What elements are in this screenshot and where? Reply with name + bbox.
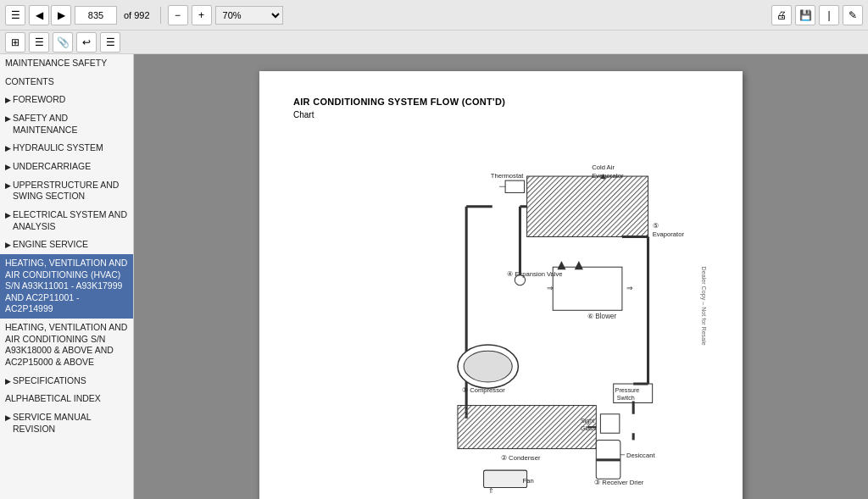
ac-diagram: Dealer Copy – Not for Resale ⑤ Evaporato…: [293, 133, 709, 499]
sidebar-label: UPPERSTRUCTURE AND SWING SECTION: [13, 180, 128, 202]
toc-button[interactable]: ☰: [100, 32, 120, 53]
svg-marker-46: [575, 261, 583, 269]
arrow-icon: ▶: [5, 144, 11, 154]
svg-text:⇑: ⇑: [488, 487, 494, 495]
svg-rect-23: [600, 414, 619, 433]
svg-rect-10: [553, 267, 622, 310]
select-button[interactable]: |: [819, 5, 839, 25]
sidebar-item-alphabetical-index[interactable]: ALPHABETICAL INDEX: [0, 390, 133, 408]
svg-text:⑤: ⑤: [653, 222, 659, 230]
sidebar-label: HYDRAULIC SYSTEM: [13, 142, 103, 154]
arrow-icon: ▶: [5, 181, 11, 191]
sidebar-item-upperstructure[interactable]: ▶ UPPERSTRUCTURE AND SWING SECTION: [0, 176, 133, 206]
arrow-icon: ▶: [5, 211, 11, 221]
svg-text:Dealer Copy – Not for Resale: Dealer Copy – Not for Resale: [700, 267, 707, 346]
svg-text:⑥ Blower: ⑥ Blower: [587, 313, 616, 320]
sidebar-item-safety-maintenance[interactable]: ▶ SAFETY AND MAINTENANCE: [0, 109, 133, 139]
svg-text:Evaporator: Evaporator: [653, 230, 685, 238]
sidebar-item-hvac1[interactable]: HEATING, VENTILATION AND AIR CONDITIONIN…: [0, 254, 133, 319]
zoom-in-button[interactable]: +: [192, 5, 212, 25]
sidebar-item-engine[interactable]: ▶ ENGINE SERVICE: [0, 236, 133, 254]
sidebar-label: SAFETY AND MAINTENANCE: [13, 113, 128, 136]
separator-1: [160, 7, 161, 24]
sidebar-item-specifications[interactable]: ▶ SPECIFICATIONS: [0, 372, 133, 391]
svg-text:Switch: Switch: [617, 395, 635, 402]
page-title: AIR CONDITIONING SYSTEM FLOW (CONT'D): [293, 97, 709, 107]
svg-point-27: [464, 351, 512, 382]
arrow-icon: ▶: [5, 114, 11, 125]
view-grid-button[interactable]: ⊞: [5, 32, 25, 53]
svg-text:⇒: ⇒: [626, 284, 633, 292]
svg-rect-29: [458, 406, 596, 449]
svg-text:Thermostat: Thermostat: [491, 172, 525, 180]
svg-text:③ Receiver Drier: ③ Receiver Drier: [594, 479, 643, 486]
arrow-icon: ▶: [5, 241, 11, 251]
page-subtitle: Chart: [293, 110, 709, 119]
edit-button[interactable]: ✎: [843, 5, 863, 25]
arrow-icon: ▶: [5, 377, 11, 387]
sidebar-item-contents[interactable]: CONTENTS: [0, 73, 133, 91]
main-area: MAINTENANCE SAFETY CONTENTS ▶ FOREWORD ▶…: [0, 54, 868, 499]
back-button[interactable]: ↩: [76, 32, 97, 53]
svg-text:④ Expansion Valve: ④ Expansion Valve: [507, 270, 562, 278]
sidebar-label: ELECTRICAL SYSTEM AND ANALYSIS: [13, 209, 128, 232]
zoom-select[interactable]: 50% 60% 70% 75% 100% 125% 150%: [215, 6, 283, 25]
sidebar-label: SPECIFICATIONS: [13, 375, 86, 387]
toolbar-right-actions: 🖨 💾 | ✎: [771, 5, 863, 25]
toolbar-row1: ☰ ◀ ▶ 835 of 992 − + 50% 60% 70% 75% 100…: [0, 0, 868, 30]
sidebar-label: UNDERCARRIAGE: [13, 161, 91, 173]
svg-text:② Condenser: ② Condenser: [501, 454, 541, 462]
svg-text:Evaporator: Evaporator: [592, 172, 624, 180]
svg-text:Desiccant: Desiccant: [626, 452, 655, 459]
page-navigation: ◀ ▶: [29, 5, 71, 25]
menu-button[interactable]: ☰: [5, 5, 25, 25]
arrow-icon: ▶: [5, 163, 11, 173]
sidebar-item-electrical[interactable]: ▶ ELECTRICAL SYSTEM AND ANALYSIS: [0, 206, 133, 236]
attach-button[interactable]: 📎: [53, 32, 73, 53]
sidebar-item-hydraulic[interactable]: ▶ HYDRAULIC SYSTEM: [0, 139, 133, 158]
sidebar-label: ENGINE SERVICE: [13, 239, 88, 251]
zoom-out-button[interactable]: −: [168, 5, 188, 25]
page-number-input[interactable]: 835: [75, 6, 117, 25]
sidebar-item-maintenance-safety[interactable]: MAINTENANCE SAFETY: [0, 54, 133, 73]
print-button[interactable]: 🖨: [771, 5, 792, 25]
nav-next-button[interactable]: ▶: [51, 5, 71, 25]
sidebar-item-hvac2[interactable]: HEATING, VENTILATION AND AIR CONDITIONIN…: [0, 319, 133, 372]
arrow-icon: ▶: [5, 413, 11, 424]
sidebar-item-foreword[interactable]: ▶ FOREWORD: [0, 91, 133, 109]
svg-text:Pressure: Pressure: [615, 387, 640, 394]
sidebar-label: SERVICE MANUAL REVISION: [13, 412, 128, 435]
svg-rect-1: [527, 176, 648, 236]
svg-text:Cold Air: Cold Air: [592, 164, 615, 171]
sidebar: MAINTENANCE SAFETY CONTENTS ▶ FOREWORD ▶…: [0, 54, 134, 499]
document-page: AIR CONDITIONING SYSTEM FLOW (CONT'D) Ch…: [259, 71, 743, 499]
arrow-icon: ▶: [5, 96, 11, 106]
sidebar-item-service-manual[interactable]: ▶ SERVICE MANUAL REVISION: [0, 408, 133, 438]
nav-prev-button[interactable]: ◀: [29, 5, 49, 25]
sidebar-item-undercarriage[interactable]: ▶ UNDERCARRIAGE: [0, 158, 133, 176]
svg-marker-45: [557, 261, 565, 269]
svg-rect-31: [484, 470, 527, 487]
save-button[interactable]: 💾: [795, 5, 815, 25]
svg-text:Fan: Fan: [523, 477, 534, 485]
list-view-button[interactable]: ☰: [29, 32, 49, 53]
svg-text:⇒: ⇒: [547, 284, 554, 292]
svg-text:① Compressor: ① Compressor: [462, 386, 505, 394]
svg-rect-7: [505, 180, 524, 192]
sidebar-label: FOREWORD: [13, 94, 65, 106]
page-content-area[interactable]: AIR CONDITIONING SYSTEM FLOW (CONT'D) Ch…: [134, 54, 868, 499]
toolbar-row2: ⊞ ☰ 📎 ↩ ☰: [0, 30, 868, 54]
page-total-label: of 992: [124, 10, 150, 20]
